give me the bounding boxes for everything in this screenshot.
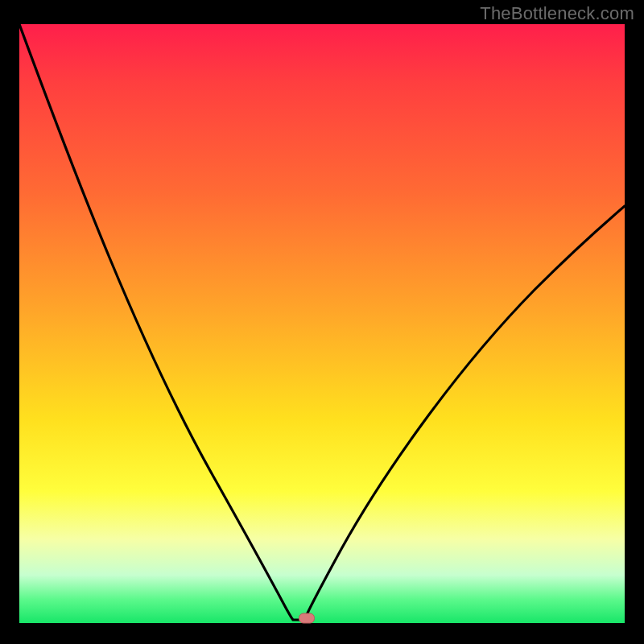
plot-area: [19, 24, 625, 623]
chart-frame: TheBottleneck.com: [0, 0, 644, 644]
bottleneck-curve: [19, 24, 625, 623]
curve-path: [19, 24, 625, 620]
optimum-marker: [299, 613, 315, 624]
watermark-text: TheBottleneck.com: [480, 3, 634, 24]
